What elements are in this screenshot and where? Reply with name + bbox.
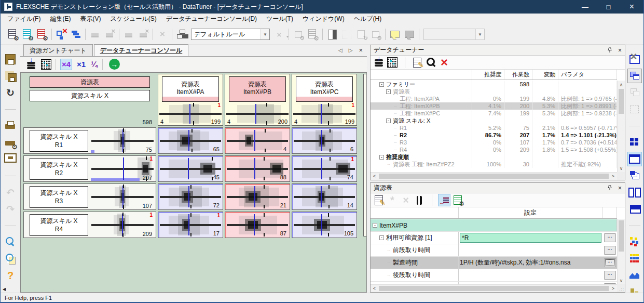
new-item-icon[interactable] xyxy=(387,194,398,206)
stack-windows-icon[interactable] xyxy=(628,169,641,182)
property-value[interactable]: 1P/H (数量/時)/#tskp.X, 効率:1/#ons.nsa xyxy=(460,258,570,267)
tuner-tree-row[interactable]: 工程: ItemX#PA 0% 199 4.8% 比例部: 1 => 0.976… xyxy=(371,95,617,102)
help-icon[interactable] xyxy=(4,269,17,282)
scrollbar-thumb[interactable] xyxy=(619,89,624,114)
close-window-icon[interactable] xyxy=(628,52,641,66)
column-header-variation[interactable]: 変動 xyxy=(532,70,558,80)
vertical-scrollbar[interactable]: ∧ ∨ xyxy=(617,81,625,172)
auto-x-icon[interactable] xyxy=(273,28,285,41)
menu-item[interactable]: データチューナーコンソール(D) xyxy=(161,14,262,24)
apply-gear-icon[interactable] xyxy=(452,194,463,206)
scrollbar-thumb[interactable] xyxy=(379,286,609,291)
ellipsis-button[interactable]: ... xyxy=(604,246,616,255)
redo-icon[interactable] xyxy=(4,202,17,216)
corner-skill-label[interactable]: 資源スキル X xyxy=(30,90,150,101)
select-region-icon[interactable] xyxy=(628,102,641,116)
print-icon[interactable] xyxy=(4,119,17,133)
panel-close-icon[interactable]: × xyxy=(618,185,622,192)
expand-icon[interactable] xyxy=(393,111,398,116)
scroll-left-icon[interactable]: < xyxy=(371,286,378,291)
panel-close-icon[interactable]: × xyxy=(618,47,622,54)
rule-combobox[interactable]: デフォルトルール ▼ xyxy=(191,29,270,40)
expand-icon[interactable] xyxy=(379,155,384,160)
grid-cell[interactable]: 45 xyxy=(158,155,223,182)
scroll-left-icon[interactable]: < xyxy=(371,174,378,179)
tuner-tree-row[interactable]: 推奨度順 xyxy=(371,153,617,161)
print-preview-icon[interactable] xyxy=(4,152,17,166)
tuner-tree-row[interactable]: R4 0% 209 1.8% 1.5 => 1.508 (+0.55%) xyxy=(371,146,617,153)
minimize-button[interactable]: — xyxy=(573,0,597,14)
tile-boxes-icon[interactable] xyxy=(340,28,353,41)
scatter-view-icon[interactable] xyxy=(628,235,641,249)
expand-icon[interactable] xyxy=(386,118,391,123)
grid-cell[interactable]: 171 xyxy=(158,212,223,238)
menu-item[interactable]: スケジュール(S) xyxy=(105,14,161,24)
method-grid-icon[interactable] xyxy=(175,28,188,41)
anchor-bar-x-icon[interactable] xyxy=(137,28,149,41)
tile-windows-icon[interactable] xyxy=(628,136,641,149)
anchor-bar-icon[interactable] xyxy=(122,28,135,41)
import-db-icon[interactable] xyxy=(25,58,38,71)
tuner-tree-row[interactable]: 資源 スキル: X xyxy=(371,117,617,124)
tuner-tree-row[interactable]: ファミリー 598 xyxy=(371,81,617,88)
menu-item[interactable]: ファイル(F) xyxy=(3,14,45,24)
save-icon[interactable] xyxy=(4,52,17,66)
grid-column-header[interactable]: 資源表 ItemX#PC 41991 xyxy=(292,74,357,126)
grid-cell[interactable]: 72 xyxy=(158,183,223,210)
remove-box-icon[interactable] xyxy=(156,28,169,41)
grid-row-header[interactable]: 資源スキル X R4 2091 xyxy=(23,212,156,238)
maximize-button[interactable]: □ xyxy=(597,0,620,14)
column-header-works[interactable]: 作業数 xyxy=(504,70,532,80)
expand-icon[interactable] xyxy=(379,235,384,240)
undo-icon[interactable] xyxy=(4,186,17,199)
grid-row-header[interactable]: 資源スキル X R3 107 xyxy=(23,183,156,210)
zoom-x4-button[interactable]: ×4 xyxy=(61,59,72,70)
expand-icon[interactable] xyxy=(393,97,398,101)
scrollbar-thumb[interactable] xyxy=(619,220,624,252)
column-header-setting[interactable]: 設定 xyxy=(459,207,602,218)
scroll-right-icon[interactable]: > xyxy=(609,174,617,179)
save-copy-icon[interactable] xyxy=(4,69,17,83)
expand-icon[interactable] xyxy=(393,140,398,145)
grid-row-header[interactable]: 資源スキル X R1 75 xyxy=(23,127,156,154)
scroll-down-icon[interactable]: ∨ xyxy=(618,164,625,172)
pin-icon[interactable] xyxy=(607,185,613,191)
grid-cell[interactable]: 741 xyxy=(292,155,357,182)
grid-cell[interactable]: 6 xyxy=(292,127,357,154)
expand-icon[interactable] xyxy=(393,133,398,138)
refresh-icon[interactable] xyxy=(4,86,17,99)
menu-item[interactable]: ツール(T) xyxy=(262,14,298,24)
chevron-down-icon[interactable]: ▼ xyxy=(261,29,269,39)
document-tab[interactable]: データチューナーコンソール xyxy=(94,44,189,56)
property-row[interactable]: 製造時間 1P/H (数量/時)/#tskp.X, 効率:1/#ons.nsa … xyxy=(371,257,617,269)
grid-cell[interactable]: 105 xyxy=(292,212,357,238)
tuner-tree-row[interactable]: 資源表 工程: ItemZ#PZ2 100% 30 推定不能(-92%) xyxy=(371,161,617,168)
column-header-recommend[interactable]: 推奨度 xyxy=(472,70,504,80)
document-tab[interactable]: 資源ガントチャート xyxy=(23,44,93,56)
expand-icon[interactable] xyxy=(393,148,398,152)
edit-icon[interactable] xyxy=(373,194,385,206)
grid-cell[interactable]: 14 xyxy=(292,183,357,210)
scrollbar-thumb[interactable] xyxy=(379,174,609,179)
grid-cell[interactable]: 4 xyxy=(225,127,290,154)
tuner-tree-row[interactable]: 工程: ItemX#PB 4.1% 200 5.3% 比例部: 1 => 0.8… xyxy=(371,102,617,110)
comment-yellow-icon[interactable] xyxy=(389,28,401,41)
grid-view-icon[interactable] xyxy=(628,252,641,266)
grid-cell[interactable]: 65 xyxy=(158,127,223,154)
property-value[interactable]: *R xyxy=(460,233,601,243)
area-chart-icon[interactable] xyxy=(628,269,641,282)
data-grid-icon[interactable] xyxy=(387,57,398,68)
property-row[interactable]: 利用可能資源 [1] *R ... xyxy=(371,232,617,244)
run-button[interactable]: → xyxy=(109,59,120,70)
split-horizontal-icon[interactable] xyxy=(628,202,641,216)
zoom-pages-icon[interactable] xyxy=(4,252,17,266)
cascade-windows-icon[interactable] xyxy=(628,69,641,83)
tuner-tree-row[interactable]: 資源表 xyxy=(371,88,617,95)
print-setup-icon[interactable] xyxy=(4,136,17,149)
vertical-scrollbar[interactable]: ∨ xyxy=(617,219,625,284)
split-vertical-icon[interactable] xyxy=(628,186,641,199)
close-button[interactable]: × xyxy=(620,0,643,14)
tab-close-icon[interactable]: × xyxy=(359,46,363,54)
assign-cascade-icon[interactable] xyxy=(70,28,82,41)
tab-prev-icon[interactable]: ◁ xyxy=(338,47,342,53)
